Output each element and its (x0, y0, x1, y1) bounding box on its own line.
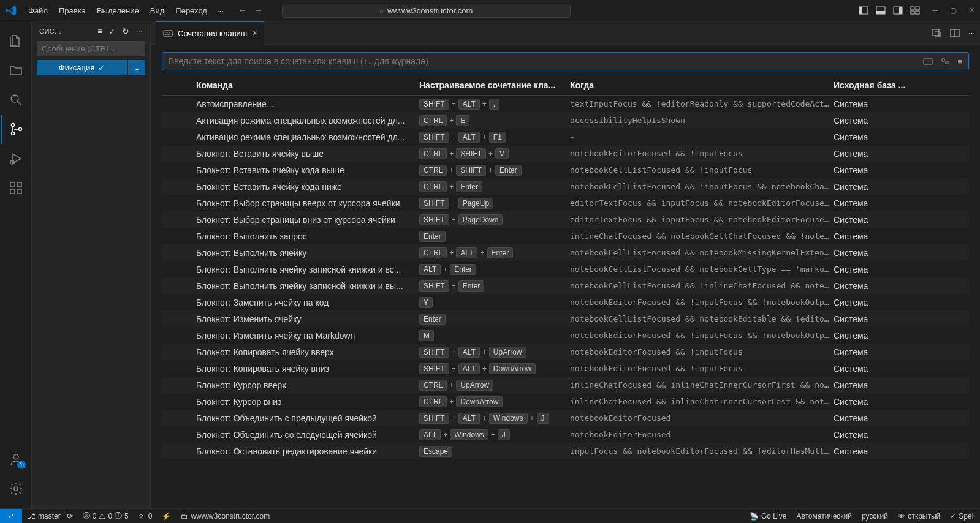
row-when: editorTextFocus && inputFocus && noteboo… (570, 198, 834, 208)
explorer-icon[interactable] (1, 26, 31, 56)
menu-view[interactable]: Вид (145, 4, 170, 18)
toggle-secondary-sidebar-icon[interactable] (893, 6, 903, 15)
header-when[interactable]: Когда (570, 80, 834, 90)
status-golive[interactable]: 📡Go Live (745, 512, 791, 521)
keybinding-search-input[interactable] (169, 56, 923, 66)
table-header: Команда Настраиваемое сочетание кла... К… (162, 75, 969, 96)
more-actions-icon[interactable]: ··· (135, 26, 143, 36)
keybinding-row[interactable]: Блокнот: Выбор страницы вверх от курсора… (162, 195, 969, 211)
source-control-icon[interactable] (1, 115, 31, 144)
commit-message-input[interactable] (37, 41, 145, 56)
refresh-icon[interactable]: ↻ (122, 26, 129, 36)
keybinding-row[interactable]: Блокнот: Копировать ячейку внизSHIFT+ALT… (162, 360, 969, 377)
status-problems[interactable]: ⓧ0 ⚠0 ⓘ5 (78, 511, 134, 521)
open-keyboard-json-icon[interactable] (932, 28, 941, 38)
more-editor-icon[interactable]: ··· (968, 28, 975, 38)
status-path[interactable]: 🗀www.w3constructor.com (176, 512, 275, 521)
keybinding-row[interactable]: Активация режима специальных возможносте… (162, 112, 969, 129)
row-when: notebookCellListFocused && notebookCellT… (570, 265, 834, 274)
folder-icon[interactable] (1, 56, 31, 85)
svg-rect-17 (17, 189, 21, 194)
menu-edit[interactable]: Правка (54, 4, 91, 18)
keybinding-row[interactable]: Блокнот: Выполнить ячейкуCTRL+ALT+Entern… (162, 244, 969, 261)
status-ports[interactable]: ᯤ0 (134, 512, 158, 521)
keybinding-row[interactable]: Блокнот: Курсор внизCTRL+DownArrowinline… (162, 393, 969, 410)
keybinding-row[interactable]: Блокнот: Вставить ячейку кода вышеCTRL+S… (162, 162, 969, 178)
command-center[interactable]: ⌕ www.w3constructor.com (282, 4, 571, 18)
nav-forward-icon[interactable]: → (254, 5, 264, 16)
nav-arrows: ← → (238, 5, 264, 16)
record-keys-icon[interactable] (923, 57, 933, 66)
customize-layout-icon[interactable] (910, 6, 920, 15)
header-command[interactable]: Команда (192, 80, 419, 90)
row-keybinding: CTRL+ALT+Enter (419, 247, 570, 258)
keybinding-row[interactable]: Блокнот: Заменить ячейку на кодYnotebook… (162, 294, 969, 310)
settings-gear-icon[interactable] (1, 474, 31, 503)
run-debug-icon[interactable] (1, 144, 31, 173)
keybinding-row[interactable]: Блокнот: Курсор вверхCTRL+UpArrowinlineC… (162, 377, 969, 393)
nav-back-icon[interactable]: ← (238, 5, 248, 16)
keybinding-row[interactable]: Автоисправление...SHIFT+ALT+.textInputFo… (162, 96, 969, 112)
keybinding-row[interactable]: Блокнот: Выполнить ячейку записной книжк… (162, 277, 969, 294)
svg-rect-6 (911, 7, 914, 10)
keybinding-row[interactable]: Активация режима специальных возможносте… (162, 129, 969, 145)
view-as-tree-icon[interactable]: ≡ (97, 26, 102, 36)
commit-dropdown[interactable]: ⌄ (128, 60, 145, 75)
status-open[interactable]: 👁открытый (893, 512, 945, 521)
row-command: Блокнот: Заменить ячейку на код (192, 298, 419, 307)
commit-button[interactable]: Фиксация ✓ (37, 60, 127, 75)
toggle-primary-sidebar-icon[interactable] (859, 6, 868, 15)
accounts-icon[interactable]: 1 (1, 445, 31, 474)
status-spell[interactable]: ✓Spell (945, 512, 980, 521)
row-when: notebookEditorFocused && !inputFocus (570, 347, 834, 356)
tab-close-icon[interactable]: × (252, 28, 257, 38)
toggle-panel-icon[interactable] (876, 6, 886, 15)
sort-precedence-icon[interactable] (940, 57, 950, 66)
keybinding-row[interactable]: Блокнот: Изменить ячейкуEnternotebookCel… (162, 310, 969, 327)
row-command: Блокнот: Курсор вверх (192, 380, 419, 390)
menu-go[interactable]: Переход (170, 4, 212, 18)
keybinding-row[interactable]: Блокнот: Объединить с предыдущей ячейкой… (162, 410, 969, 426)
keybinding-row[interactable]: Блокнот: Копировать ячейку вверхSHIFT+AL… (162, 344, 969, 360)
keybinding-row[interactable]: Блокнот: Вставить ячейку кода нижеCTRL+E… (162, 178, 969, 195)
row-when: notebookCellListFocused && notebookMissi… (570, 248, 834, 257)
svg-point-11 (11, 124, 14, 127)
keybinding-row[interactable]: Блокнот: Выбор страницы вниз от курсора … (162, 211, 969, 228)
svg-rect-1 (859, 7, 862, 14)
filter-icon[interactable]: ≡ (957, 57, 962, 66)
keybinding-row[interactable]: Блокнот: Вставить ячейку вышеCTRL+SHIFT+… (162, 145, 969, 162)
commit-check-icon[interactable]: ✓ (108, 26, 116, 36)
row-keybinding: CTRL+DownArrow (419, 396, 570, 407)
header-keybinding[interactable]: Настраиваемое сочетание кла... (419, 80, 570, 90)
status-live-icon[interactable]: ⚡ (157, 512, 176, 521)
keybinding-search[interactable]: ≡ (162, 52, 969, 70)
close-icon[interactable]: ✕ (969, 6, 975, 15)
search-activity-icon[interactable] (1, 85, 31, 115)
status-autodetect[interactable]: Автоматический (791, 512, 857, 521)
status-language[interactable]: русский (857, 512, 893, 521)
maximize-icon[interactable]: ▢ (950, 6, 957, 15)
split-editor-icon[interactable] (950, 28, 960, 38)
sync-icon[interactable]: ⟳ (67, 512, 73, 521)
menu-more-icon[interactable]: ··· (212, 4, 229, 18)
svg-point-12 (11, 132, 14, 135)
row-when: inlineChatFocused && notebookCellChatFoc… (570, 231, 834, 241)
svg-rect-18 (17, 182, 21, 187)
row-source: Система (834, 248, 969, 258)
tab-keyboard-shortcuts[interactable]: Сочетания клавиш × (156, 21, 264, 45)
extensions-icon[interactable] (1, 173, 31, 203)
menu-file[interactable]: Файл (23, 4, 53, 18)
keybinding-row[interactable]: Блокнот: Остановить редактирование ячейк… (162, 443, 969, 459)
keybinding-row[interactable]: Блокнот: Изменить ячейку на MarkdownMnot… (162, 327, 969, 344)
header-source[interactable]: Исходная база ... (834, 80, 969, 90)
source-control-sidebar: СИС... ≡ ✓ ↻ ··· Фиксация ✓ ⌄ (32, 21, 151, 508)
row-source: Система (834, 413, 969, 423)
menu-selection[interactable]: Выделение (92, 4, 144, 18)
keybinding-row[interactable]: Блокнот: Выполнить ячейку записной книжк… (162, 261, 969, 277)
row-keybinding: SHIFT+ALT+F1 (419, 132, 570, 143)
remote-indicator[interactable] (0, 509, 22, 523)
minimize-icon[interactable]: ─ (932, 6, 938, 15)
keybinding-row[interactable]: Блокнот: Выполнить запросEnterinlineChat… (162, 228, 969, 244)
status-branch[interactable]: ⎇master⟳ (22, 512, 78, 521)
keybinding-row[interactable]: Блокнот: Объединить со следующей ячейкой… (162, 426, 969, 443)
